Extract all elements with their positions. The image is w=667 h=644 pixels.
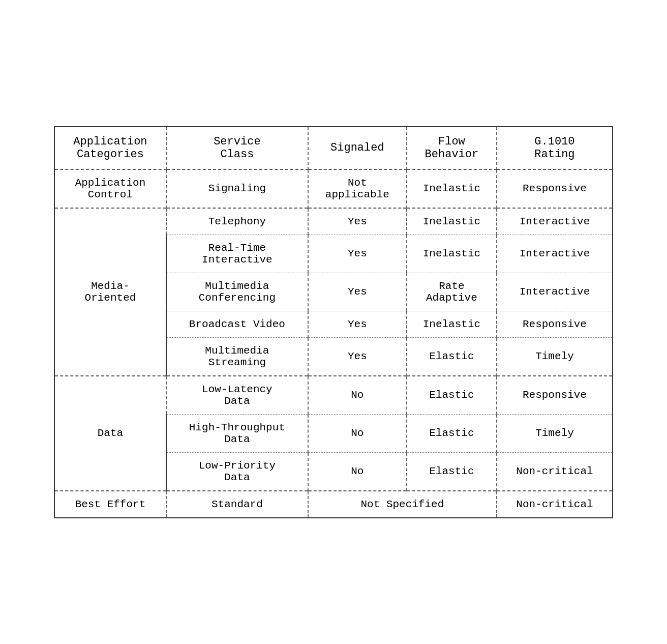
cell-svc-class: Telephony <box>166 209 308 235</box>
cell-rating: Responsive <box>497 376 613 415</box>
cell-signaled: Yes <box>308 209 407 235</box>
cell-signaled: No <box>308 453 407 491</box>
cell-svc-class: MultimediaConferencing <box>166 273 308 311</box>
cell-flow: Elastic <box>407 453 497 491</box>
table-row: Data Low-LatencyData No Elastic Responsi… <box>54 376 613 415</box>
cell-rating: Interactive <box>497 235 613 273</box>
cell-signaled: No <box>308 376 407 415</box>
cell-flow: Inelastic <box>407 235 497 273</box>
header-signaled: Signaled <box>308 127 407 169</box>
table-row: Best Effort Standard Not Specified Non-c… <box>54 491 613 518</box>
table-row: ApplicationControl Signaling Notapplicab… <box>54 169 613 208</box>
cell-svc-class: Low-LatencyData <box>166 376 308 415</box>
cell-app-cat-best-effort: Best Effort <box>54 491 166 518</box>
cell-svc-class: Broadcast Video <box>166 311 308 338</box>
cell-rating: Responsive <box>497 311 613 338</box>
cell-signaled: Yes <box>308 338 407 376</box>
application-qos-table: ApplicationCategories ServiceClass Signa… <box>54 126 613 518</box>
cell-svc-class: Standard <box>166 491 308 518</box>
header-g1010-rating: G.1010Rating <box>497 127 613 169</box>
cell-rating: Non-critical <box>497 453 613 491</box>
cell-rating: Timely <box>497 338 613 376</box>
cell-app-cat-data: Data <box>54 376 166 491</box>
cell-rating: Non-critical <box>497 491 613 518</box>
cell-flow: RateAdaptive <box>407 273 497 311</box>
cell-svc-class: High-ThroughputData <box>166 415 308 453</box>
header-row: ApplicationCategories ServiceClass Signa… <box>54 127 613 169</box>
cell-rating: Interactive <box>497 209 613 235</box>
cell-svc-class: Signaling <box>166 169 308 208</box>
cell-app-cat-media: Media-Oriented <box>54 209 166 376</box>
table-row: Media-Oriented Telephony Yes Inelastic I… <box>54 209 613 235</box>
header-app-categories: ApplicationCategories <box>54 127 166 169</box>
cell-rating: Responsive <box>497 169 613 208</box>
header-service-class: ServiceClass <box>166 127 308 169</box>
cell-flow: Elastic <box>407 376 497 415</box>
cell-flow: Inelastic <box>407 169 497 208</box>
cell-not-specified: Not Specified <box>308 491 497 518</box>
cell-flow: Elastic <box>407 415 497 453</box>
cell-rating: Timely <box>497 415 613 453</box>
cell-flow: Elastic <box>407 338 497 376</box>
cell-flow: Inelastic <box>407 311 497 338</box>
cell-flow: Inelastic <box>407 209 497 235</box>
cell-app-cat: ApplicationControl <box>54 169 166 208</box>
cell-signaled: Yes <box>308 273 407 311</box>
header-flow-behavior: FlowBehavior <box>407 127 497 169</box>
cell-svc-class: MultimediaStreaming <box>166 338 308 376</box>
cell-signaled: Yes <box>308 235 407 273</box>
cell-signaled: No <box>308 415 407 453</box>
cell-svc-class: Low-PriorityData <box>166 453 308 491</box>
cell-signaled: Yes <box>308 311 407 338</box>
cell-rating: Interactive <box>497 273 613 311</box>
cell-svc-class: Real-TimeInteractive <box>166 235 308 273</box>
cell-signaled: Notapplicable <box>308 169 407 208</box>
